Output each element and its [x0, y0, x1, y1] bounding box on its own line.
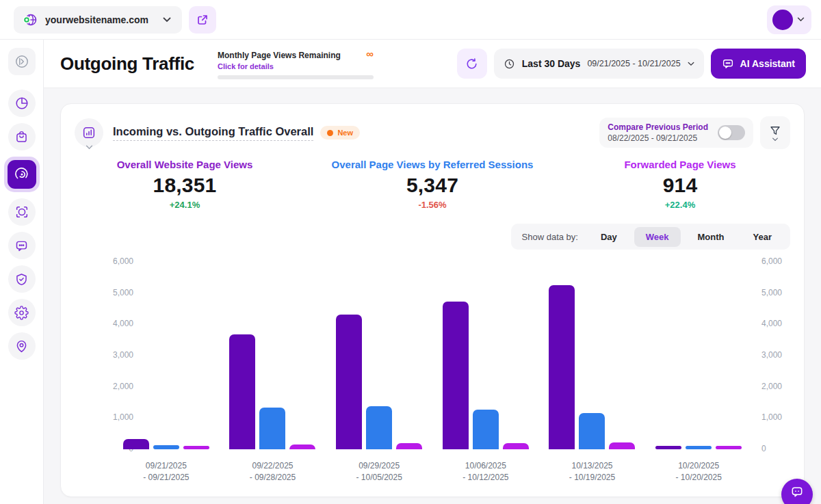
badge-dot-icon: [327, 130, 333, 136]
ai-assistant-label: AI Assistant: [740, 58, 795, 69]
external-link-icon: [196, 14, 209, 26]
y-axis-left: 01,0002,0003,0004,0005,0006,000: [73, 262, 103, 449]
widget-collapse-button[interactable]: [75, 118, 103, 147]
chevron-down-icon: [86, 145, 93, 150]
sidebar-item-security[interactable]: [8, 265, 36, 293]
page-title: Outgoing Traffic: [60, 53, 194, 75]
bar[interactable]: [503, 443, 529, 449]
sidebar: [0, 40, 44, 504]
bar[interactable]: [609, 442, 635, 449]
compare-toggle[interactable]: [718, 125, 745, 140]
granularity-year[interactable]: Year: [742, 227, 783, 247]
y-tick-label: 2,000: [761, 382, 792, 391]
chevron-down-icon: [797, 17, 805, 22]
bar-group: [432, 262, 539, 449]
bar-group: [326, 262, 432, 449]
new-badge: New: [320, 126, 360, 140]
pie-chart-icon: [14, 96, 29, 111]
shopping-bag-icon: [14, 130, 29, 144]
ai-chat-icon: [722, 57, 734, 70]
quota-details-link[interactable]: Click for details: [218, 62, 341, 70]
bar-group: [645, 262, 752, 449]
gear-icon: [14, 306, 29, 320]
date-range-selector[interactable]: Last 30 Days 09/21/2025 - 10/21/2025: [494, 49, 704, 79]
chat-bubble-icon: [14, 239, 29, 253]
open-site-button[interactable]: [189, 6, 216, 34]
bar-group: [220, 262, 326, 449]
bar[interactable]: [716, 446, 742, 449]
bar[interactable]: [549, 285, 575, 449]
site-selector[interactable]: yourwebsitename.com: [14, 6, 182, 34]
chevron-down-icon: [772, 137, 779, 142]
metric-referred-sessions: Overall Page Views by Referred Sessions …: [309, 159, 556, 210]
bar[interactable]: [259, 408, 285, 449]
site-name: yourwebsitename.com: [45, 14, 148, 25]
metrics-row: Overall Website Page Views 18,351 +24.1%…: [61, 159, 804, 210]
traffic-widget-card: Incoming vs. Outgoing Traffic Overall Ne…: [60, 103, 805, 497]
bar[interactable]: [366, 406, 392, 449]
bar-chart-icon: [81, 125, 96, 140]
outgoing-traffic-radar-icon: [8, 160, 36, 189]
sidebar-item-settings[interactable]: [8, 299, 36, 326]
x-axis-label: 10/06/2025- 10/12/2025: [432, 455, 539, 484]
sidebar-item-store[interactable]: [8, 123, 36, 150]
y-tick-label: 5,000: [761, 288, 792, 297]
widget-title: Incoming vs. Outgoing Traffic Overall: [113, 125, 313, 141]
bar[interactable]: [336, 315, 362, 449]
bar[interactable]: [289, 445, 315, 449]
bar-group: [113, 262, 220, 449]
avatar: [772, 10, 793, 30]
y-tick-label: 1,000: [761, 412, 792, 422]
granularity-control: Show data by: Day Week Month Year: [511, 224, 790, 250]
site-globe-icon: [22, 12, 38, 28]
toggle-knob: [719, 127, 731, 139]
x-axis-label: 09/29/2025- 10/05/2025: [326, 455, 432, 484]
refresh-button[interactable]: [457, 49, 487, 79]
quota-widget[interactable]: Monthly Page Views Remaining Click for d…: [218, 49, 374, 79]
sidebar-item-scan[interactable]: [8, 198, 36, 226]
account-menu[interactable]: [767, 5, 811, 34]
sidebar-item-outgoing-traffic[interactable]: [4, 157, 40, 192]
bar[interactable]: [473, 410, 499, 449]
shield-check-icon: [14, 272, 29, 287]
quota-label: Monthly Page Views Remaining: [218, 51, 341, 60]
bar[interactable]: [123, 439, 149, 449]
traffic-bar-chart: 01,0002,0003,0004,0005,0006,000 01,0002,…: [73, 255, 792, 482]
page-header: Outgoing Traffic Monthly Page Views Rema…: [44, 40, 821, 88]
bar[interactable]: [153, 445, 179, 449]
bar-group: [539, 262, 646, 449]
infinity-icon: ∞: [366, 49, 374, 59]
metric-forwarded-page-views: Forwarded Page Views 914 +22.4%: [556, 159, 804, 210]
sidebar-item-chat[interactable]: [8, 232, 36, 259]
compare-label: Compare Previous Period: [608, 122, 708, 132]
sidebar-item-location[interactable]: [8, 332, 36, 360]
top-bar: yourwebsitename.com: [0, 0, 821, 40]
x-axis-label: 10/13/2025- 10/19/2025: [539, 455, 646, 484]
sidebar-collapse-button[interactable]: [8, 48, 36, 75]
granularity-month[interactable]: Month: [686, 227, 736, 247]
funnel-icon: [769, 124, 781, 137]
bar[interactable]: [443, 302, 469, 449]
compare-previous-period: Compare Previous Period 08/22/2025 - 09/…: [599, 118, 753, 148]
granularity-week[interactable]: Week: [634, 227, 681, 247]
x-axis-label: 10/20/2025- 10/20/2025: [645, 455, 752, 484]
sidebar-item-analytics[interactable]: [8, 90, 36, 117]
granularity-day[interactable]: Day: [589, 227, 629, 247]
bar[interactable]: [579, 413, 605, 449]
quota-progress-bar: [218, 75, 374, 79]
location-pin-icon: [14, 339, 29, 354]
chevron-down-icon: [688, 62, 694, 66]
refresh-icon: [465, 57, 478, 70]
x-axis-labels: 09/21/2025- 09/21/202509/22/2025- 09/28/…: [113, 455, 752, 482]
filter-button[interactable]: [760, 116, 790, 149]
bar[interactable]: [655, 446, 681, 449]
bar[interactable]: [229, 334, 255, 449]
compare-dates: 08/22/2025 - 09/21/2025: [608, 133, 708, 143]
y-tick-label: 4,000: [761, 319, 792, 328]
y-tick-label: 0: [761, 444, 792, 453]
bar[interactable]: [396, 443, 422, 449]
bar[interactable]: [183, 446, 209, 449]
bar[interactable]: [686, 446, 712, 449]
y-axis-right: 01,0002,0003,0004,0005,0006,000: [761, 262, 792, 449]
ai-assistant-button[interactable]: AI Assistant: [711, 49, 806, 79]
